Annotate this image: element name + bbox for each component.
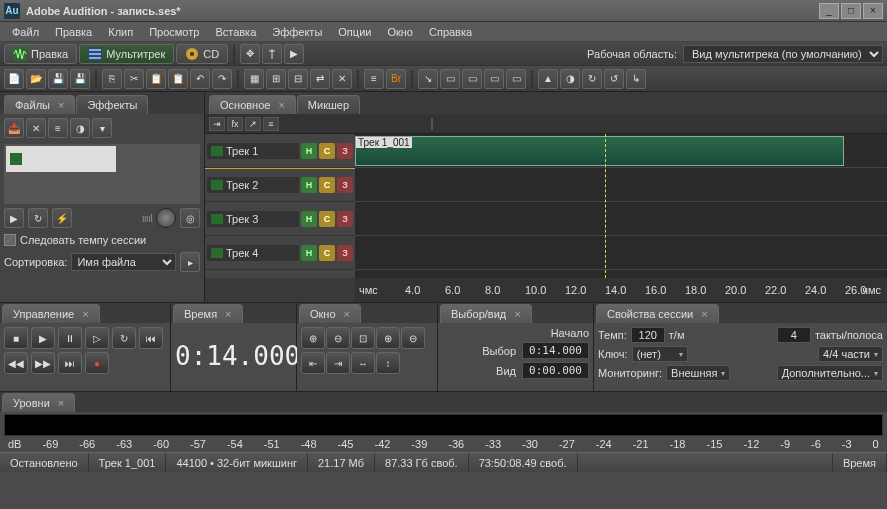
menu-clip[interactable]: Клип: [100, 24, 141, 40]
save-all-icon[interactable]: 💾: [70, 69, 90, 89]
close-icon[interactable]: ×: [278, 99, 284, 111]
undo-icon[interactable]: ↶: [190, 69, 210, 89]
edit-file-icon[interactable]: ◑: [70, 118, 90, 138]
cut-icon[interactable]: ✂: [124, 69, 144, 89]
overview-bar[interactable]: [431, 118, 433, 130]
menu-file[interactable]: Файл: [4, 24, 47, 40]
sel-view-value[interactable]: 0:00.000: [522, 362, 589, 379]
close-file-icon[interactable]: ✕: [26, 118, 46, 138]
maximize-button[interactable]: □: [841, 3, 861, 19]
import-icon[interactable]: 📥: [4, 118, 24, 138]
tool-time-select-icon[interactable]: [262, 44, 282, 64]
open-file-icon[interactable]: 📂: [26, 69, 46, 89]
header-fx-icon[interactable]: fx: [227, 117, 243, 131]
tab-mixer[interactable]: Микшер: [297, 95, 360, 114]
arm-button[interactable]: З: [337, 177, 353, 193]
options-icon[interactable]: ▾: [92, 118, 112, 138]
zoom-in-v-icon[interactable]: ⊕: [376, 327, 400, 349]
time-ruler[interactable]: чмс 4.0 6.0 8.0 10.0 12.0 14.0 16.0 18.0…: [355, 278, 887, 302]
tab-levels[interactable]: Уровни×: [2, 393, 75, 412]
track-header-4[interactable]: Трек 4 Н С З: [205, 236, 355, 270]
burn-icon[interactable]: Br: [386, 69, 406, 89]
mode-edit-button[interactable]: Правка: [4, 44, 77, 64]
tool-scrub-icon[interactable]: ▶: [284, 44, 304, 64]
tempo-value[interactable]: 120: [631, 327, 665, 343]
play-button[interactable]: ▶: [31, 327, 55, 349]
play-file-icon[interactable]: ▶: [4, 208, 24, 228]
crossfade-icon[interactable]: ✕: [332, 69, 352, 89]
track-name[interactable]: Трек 1: [226, 145, 258, 157]
audio-clip[interactable]: Трек 1_001: [355, 136, 844, 166]
loop-record-icon[interactable]: ↻: [582, 69, 602, 89]
close-icon[interactable]: ×: [344, 308, 350, 320]
loop-file-icon[interactable]: ↻: [28, 208, 48, 228]
track-header-2[interactable]: Трек 2 Н С З: [205, 168, 355, 202]
close-icon[interactable]: ×: [58, 99, 64, 111]
go-start-button[interactable]: ⏮: [139, 327, 163, 349]
header-eq-icon[interactable]: ≡: [263, 117, 279, 131]
workspace-select[interactable]: Вид мультитрека (по умолчанию): [683, 45, 883, 63]
zoom-out-v-icon[interactable]: ⊖: [401, 327, 425, 349]
snap-icon[interactable]: ⊞: [266, 69, 286, 89]
stop-button[interactable]: ■: [4, 327, 28, 349]
track-header-1[interactable]: Трек 1 Н С З: [205, 134, 355, 168]
insert-track-icon[interactable]: ≡: [364, 69, 384, 89]
tool-move-icon[interactable]: ✥: [240, 44, 260, 64]
solo-button[interactable]: С: [319, 245, 335, 261]
tool-e-icon[interactable]: ▭: [506, 69, 526, 89]
menu-edit[interactable]: Правка: [47, 24, 100, 40]
solo-button[interactable]: С: [319, 177, 335, 193]
paste-icon[interactable]: 📋: [146, 69, 166, 89]
track-lane-3[interactable]: [355, 202, 887, 236]
solo-button[interactable]: С: [319, 211, 335, 227]
go-end-button[interactable]: ⏭: [58, 352, 82, 374]
tab-window[interactable]: Окно×: [299, 304, 361, 323]
header-send-icon[interactable]: ↗: [245, 117, 261, 131]
record-button[interactable]: ●: [85, 352, 109, 374]
close-icon[interactable]: ×: [514, 308, 520, 320]
tool-b-icon[interactable]: ▭: [440, 69, 460, 89]
forward-button[interactable]: ▶▶: [31, 352, 55, 374]
track-lane-1[interactable]: Трек 1_001: [355, 134, 887, 168]
close-button[interactable]: ×: [863, 3, 883, 19]
metronome-icon[interactable]: ▲: [538, 69, 558, 89]
status-time-label[interactable]: Время: [833, 453, 887, 472]
tool-c-icon[interactable]: ▭: [462, 69, 482, 89]
loop-button[interactable]: ↻: [112, 327, 136, 349]
file-list[interactable]: Трек 1_001.wav *: [4, 144, 200, 204]
autoplay-icon[interactable]: ⚡: [52, 208, 72, 228]
tab-transport[interactable]: Управление×: [2, 304, 100, 323]
copy-icon[interactable]: ⎘: [102, 69, 122, 89]
close-icon[interactable]: ×: [701, 308, 707, 320]
monitoring-select[interactable]: Внешняя: [666, 365, 730, 381]
tab-selection[interactable]: Выбор/вид×: [440, 304, 532, 323]
tab-main[interactable]: Основное×: [209, 95, 296, 114]
new-file-icon[interactable]: 📄: [4, 69, 24, 89]
volume-knob[interactable]: [156, 208, 176, 228]
mute-button[interactable]: Н: [301, 245, 317, 261]
menu-insert[interactable]: Вставка: [207, 24, 264, 40]
save-icon[interactable]: 💾: [48, 69, 68, 89]
close-icon[interactable]: ×: [225, 308, 231, 320]
tool-a-icon[interactable]: ↘: [418, 69, 438, 89]
group-icon[interactable]: ▦: [244, 69, 264, 89]
overdub-icon[interactable]: ↺: [604, 69, 624, 89]
zoom-sel-icon[interactable]: ⇤: [301, 352, 325, 374]
arm-button[interactable]: З: [337, 211, 353, 227]
solo-button[interactable]: С: [319, 143, 335, 159]
track-lanes[interactable]: Трек 1_001: [355, 134, 887, 278]
zoom-sel-l-icon[interactable]: ⇥: [326, 352, 350, 374]
track-name[interactable]: Трек 4: [226, 247, 258, 259]
insert-multitrack-icon[interactable]: ≡: [48, 118, 68, 138]
punch-icon[interactable]: ↳: [626, 69, 646, 89]
zoom-prev-icon[interactable]: ↕: [376, 352, 400, 374]
mute-button[interactable]: Н: [301, 143, 317, 159]
sel-choice-value[interactable]: 0:14.000: [522, 342, 589, 359]
rewind-button[interactable]: ◀◀: [4, 352, 28, 374]
follow-tempo-checkbox[interactable]: ✓: [4, 234, 16, 246]
play-view-button[interactable]: ▷: [85, 327, 109, 349]
tab-files[interactable]: Файлы×: [4, 95, 75, 114]
track-name[interactable]: Трек 3: [226, 213, 258, 225]
mute-button[interactable]: Н: [301, 177, 317, 193]
mute-button[interactable]: Н: [301, 211, 317, 227]
